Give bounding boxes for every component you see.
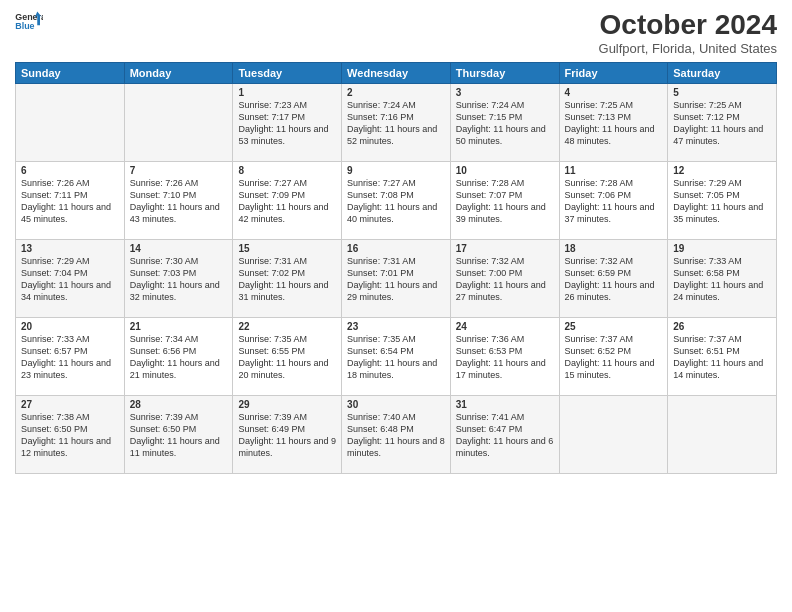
day-number: 12: [673, 165, 771, 176]
day-info: Sunrise: 7:23 AMSunset: 7:17 PMDaylight:…: [238, 99, 336, 148]
day-number: 7: [130, 165, 228, 176]
calendar-cell: 31Sunrise: 7:41 AMSunset: 6:47 PMDayligh…: [450, 395, 559, 473]
day-number: 11: [565, 165, 663, 176]
calendar-cell: 21Sunrise: 7:34 AMSunset: 6:56 PMDayligh…: [124, 317, 233, 395]
calendar-table: SundayMondayTuesdayWednesdayThursdayFrid…: [15, 62, 777, 474]
calendar-cell: 20Sunrise: 7:33 AMSunset: 6:57 PMDayligh…: [16, 317, 125, 395]
day-info: Sunrise: 7:31 AMSunset: 7:02 PMDaylight:…: [238, 255, 336, 304]
calendar-cell: 8Sunrise: 7:27 AMSunset: 7:09 PMDaylight…: [233, 161, 342, 239]
day-info: Sunrise: 7:39 AMSunset: 6:50 PMDaylight:…: [130, 411, 228, 460]
calendar-cell: 23Sunrise: 7:35 AMSunset: 6:54 PMDayligh…: [342, 317, 451, 395]
day-number: 19: [673, 243, 771, 254]
day-info: Sunrise: 7:35 AMSunset: 6:54 PMDaylight:…: [347, 333, 445, 382]
week-row-1: 1Sunrise: 7:23 AMSunset: 7:17 PMDaylight…: [16, 83, 777, 161]
calendar-cell: 10Sunrise: 7:28 AMSunset: 7:07 PMDayligh…: [450, 161, 559, 239]
week-row-3: 13Sunrise: 7:29 AMSunset: 7:04 PMDayligh…: [16, 239, 777, 317]
day-number: 17: [456, 243, 554, 254]
day-number: 6: [21, 165, 119, 176]
day-info: Sunrise: 7:27 AMSunset: 7:08 PMDaylight:…: [347, 177, 445, 226]
day-info: Sunrise: 7:27 AMSunset: 7:09 PMDaylight:…: [238, 177, 336, 226]
title-block: October 2024 Gulfport, Florida, United S…: [599, 10, 777, 56]
day-number: 18: [565, 243, 663, 254]
day-number: 4: [565, 87, 663, 98]
day-info: Sunrise: 7:26 AMSunset: 7:10 PMDaylight:…: [130, 177, 228, 226]
day-number: 14: [130, 243, 228, 254]
day-info: Sunrise: 7:28 AMSunset: 7:07 PMDaylight:…: [456, 177, 554, 226]
col-header-monday: Monday: [124, 62, 233, 83]
day-number: 30: [347, 399, 445, 410]
day-number: 8: [238, 165, 336, 176]
day-number: 24: [456, 321, 554, 332]
calendar-cell: 1Sunrise: 7:23 AMSunset: 7:17 PMDaylight…: [233, 83, 342, 161]
calendar-cell: 11Sunrise: 7:28 AMSunset: 7:06 PMDayligh…: [559, 161, 668, 239]
day-info: Sunrise: 7:38 AMSunset: 6:50 PMDaylight:…: [21, 411, 119, 460]
day-number: 22: [238, 321, 336, 332]
calendar-cell: 14Sunrise: 7:30 AMSunset: 7:03 PMDayligh…: [124, 239, 233, 317]
page-header: General Blue October 2024 Gulfport, Flor…: [15, 10, 777, 56]
day-info: Sunrise: 7:26 AMSunset: 7:11 PMDaylight:…: [21, 177, 119, 226]
day-info: Sunrise: 7:35 AMSunset: 6:55 PMDaylight:…: [238, 333, 336, 382]
calendar-cell: 28Sunrise: 7:39 AMSunset: 6:50 PMDayligh…: [124, 395, 233, 473]
calendar-cell: 9Sunrise: 7:27 AMSunset: 7:08 PMDaylight…: [342, 161, 451, 239]
calendar-cell: 22Sunrise: 7:35 AMSunset: 6:55 PMDayligh…: [233, 317, 342, 395]
day-info: Sunrise: 7:37 AMSunset: 6:52 PMDaylight:…: [565, 333, 663, 382]
day-number: 1: [238, 87, 336, 98]
logo-icon: General Blue: [15, 10, 43, 32]
week-row-2: 6Sunrise: 7:26 AMSunset: 7:11 PMDaylight…: [16, 161, 777, 239]
calendar-cell: 24Sunrise: 7:36 AMSunset: 6:53 PMDayligh…: [450, 317, 559, 395]
day-number: 15: [238, 243, 336, 254]
calendar-cell: 2Sunrise: 7:24 AMSunset: 7:16 PMDaylight…: [342, 83, 451, 161]
month-title: October 2024: [599, 10, 777, 41]
calendar-cell: 13Sunrise: 7:29 AMSunset: 7:04 PMDayligh…: [16, 239, 125, 317]
day-info: Sunrise: 7:29 AMSunset: 7:05 PMDaylight:…: [673, 177, 771, 226]
day-info: Sunrise: 7:31 AMSunset: 7:01 PMDaylight:…: [347, 255, 445, 304]
day-info: Sunrise: 7:33 AMSunset: 6:57 PMDaylight:…: [21, 333, 119, 382]
svg-text:Blue: Blue: [15, 21, 34, 31]
day-number: 31: [456, 399, 554, 410]
calendar-cell: 15Sunrise: 7:31 AMSunset: 7:02 PMDayligh…: [233, 239, 342, 317]
day-number: 5: [673, 87, 771, 98]
logo: General Blue: [15, 10, 43, 32]
day-number: 27: [21, 399, 119, 410]
calendar-cell: 3Sunrise: 7:24 AMSunset: 7:15 PMDaylight…: [450, 83, 559, 161]
day-info: Sunrise: 7:32 AMSunset: 6:59 PMDaylight:…: [565, 255, 663, 304]
day-info: Sunrise: 7:37 AMSunset: 6:51 PMDaylight:…: [673, 333, 771, 382]
day-info: Sunrise: 7:29 AMSunset: 7:04 PMDaylight:…: [21, 255, 119, 304]
day-number: 2: [347, 87, 445, 98]
calendar-cell: 18Sunrise: 7:32 AMSunset: 6:59 PMDayligh…: [559, 239, 668, 317]
day-info: Sunrise: 7:34 AMSunset: 6:56 PMDaylight:…: [130, 333, 228, 382]
week-row-5: 27Sunrise: 7:38 AMSunset: 6:50 PMDayligh…: [16, 395, 777, 473]
calendar-cell: 4Sunrise: 7:25 AMSunset: 7:13 PMDaylight…: [559, 83, 668, 161]
calendar-cell: 19Sunrise: 7:33 AMSunset: 6:58 PMDayligh…: [668, 239, 777, 317]
calendar-cell: 29Sunrise: 7:39 AMSunset: 6:49 PMDayligh…: [233, 395, 342, 473]
calendar-cell: [559, 395, 668, 473]
day-number: 25: [565, 321, 663, 332]
day-info: Sunrise: 7:36 AMSunset: 6:53 PMDaylight:…: [456, 333, 554, 382]
day-info: Sunrise: 7:24 AMSunset: 7:16 PMDaylight:…: [347, 99, 445, 148]
col-header-saturday: Saturday: [668, 62, 777, 83]
col-header-tuesday: Tuesday: [233, 62, 342, 83]
header-row: SundayMondayTuesdayWednesdayThursdayFrid…: [16, 62, 777, 83]
day-info: Sunrise: 7:28 AMSunset: 7:06 PMDaylight:…: [565, 177, 663, 226]
calendar-cell: 7Sunrise: 7:26 AMSunset: 7:10 PMDaylight…: [124, 161, 233, 239]
day-number: 29: [238, 399, 336, 410]
calendar-cell: 30Sunrise: 7:40 AMSunset: 6:48 PMDayligh…: [342, 395, 451, 473]
calendar-cell: [16, 83, 125, 161]
day-number: 26: [673, 321, 771, 332]
col-header-thursday: Thursday: [450, 62, 559, 83]
day-info: Sunrise: 7:33 AMSunset: 6:58 PMDaylight:…: [673, 255, 771, 304]
day-info: Sunrise: 7:30 AMSunset: 7:03 PMDaylight:…: [130, 255, 228, 304]
day-number: 21: [130, 321, 228, 332]
col-header-wednesday: Wednesday: [342, 62, 451, 83]
day-number: 10: [456, 165, 554, 176]
col-header-friday: Friday: [559, 62, 668, 83]
calendar-cell: 12Sunrise: 7:29 AMSunset: 7:05 PMDayligh…: [668, 161, 777, 239]
calendar-cell: 26Sunrise: 7:37 AMSunset: 6:51 PMDayligh…: [668, 317, 777, 395]
day-info: Sunrise: 7:32 AMSunset: 7:00 PMDaylight:…: [456, 255, 554, 304]
calendar-cell: 25Sunrise: 7:37 AMSunset: 6:52 PMDayligh…: [559, 317, 668, 395]
day-info: Sunrise: 7:25 AMSunset: 7:12 PMDaylight:…: [673, 99, 771, 148]
calendar-cell: 16Sunrise: 7:31 AMSunset: 7:01 PMDayligh…: [342, 239, 451, 317]
day-number: 28: [130, 399, 228, 410]
day-number: 13: [21, 243, 119, 254]
day-number: 9: [347, 165, 445, 176]
